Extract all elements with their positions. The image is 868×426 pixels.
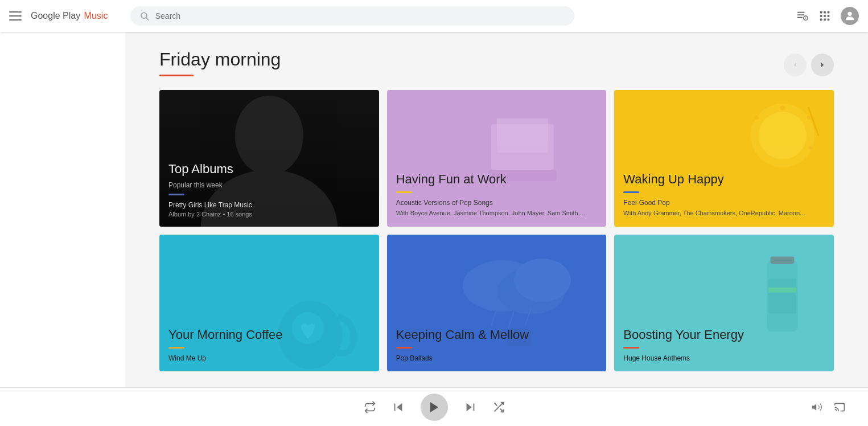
card-having-fun-desc2: With Boyce Avenue, Jasmine Thompson, Joh… xyxy=(396,209,598,218)
svg-rect-12 xyxy=(828,15,830,17)
play-button[interactable] xyxy=(421,394,448,421)
card-top-albums-accent xyxy=(168,194,184,195)
svg-rect-2 xyxy=(797,12,805,13)
svg-rect-10 xyxy=(820,15,822,17)
card-top-albums-desc2: Album by 2 Chainz • 16 songs xyxy=(168,211,370,218)
section-underline xyxy=(159,75,194,76)
card-keeping-calm-title: Keeping Calm & Mellow xyxy=(396,327,598,342)
card-boosting-energy-desc1: Huge House Anthems xyxy=(623,354,825,362)
sidebar xyxy=(0,32,125,387)
svg-point-23 xyxy=(759,112,807,159)
card-having-fun-accent xyxy=(396,191,412,193)
card-having-fun[interactable]: Having Fun at Work Acoustic Versions of … xyxy=(387,90,607,227)
svg-rect-4 xyxy=(797,17,803,18)
card-boosting-energy-accent xyxy=(623,347,639,349)
card-morning-coffee[interactable]: Your Morning Coffee Wind Me Up xyxy=(159,235,379,371)
hamburger-menu-icon[interactable] xyxy=(9,11,22,21)
card-morning-coffee-accent xyxy=(168,347,184,349)
cast-icon[interactable] xyxy=(834,402,845,413)
prev-track-icon[interactable] xyxy=(392,401,405,413)
search-icon xyxy=(139,11,149,21)
svg-marker-42 xyxy=(397,403,402,411)
card-morning-coffee-desc1: Wind Me Up xyxy=(168,354,370,362)
player-bar xyxy=(0,387,868,426)
card-waking-up[interactable]: Waking Up Happy Feel-Good Pop With Andy … xyxy=(614,90,834,227)
header-left: Google Play Music xyxy=(9,11,108,21)
avatar[interactable] xyxy=(841,7,859,25)
svg-rect-41 xyxy=(768,288,796,293)
section-title-area: Friday morning xyxy=(159,49,281,76)
card-boosting-energy[interactable]: Boosting Your Energy Huge House Anthems xyxy=(614,235,834,371)
svg-line-1 xyxy=(146,18,149,20)
svg-rect-15 xyxy=(828,19,830,21)
svg-rect-9 xyxy=(828,11,830,14)
card-top-albums-title: Top Albums xyxy=(168,162,370,177)
svg-rect-7 xyxy=(820,11,822,14)
card-having-fun-desc1: Acoustic Versions of Pop Songs xyxy=(396,199,598,207)
next-track-icon[interactable] xyxy=(464,401,476,413)
svg-rect-13 xyxy=(820,19,822,21)
card-top-albums[interactable]: Top Albums Popular this week Pretty Girl… xyxy=(159,90,379,227)
repeat-icon[interactable] xyxy=(364,401,376,413)
card-keeping-calm[interactable]: Keeping Calm & Mellow Pop Ballads xyxy=(387,235,607,371)
search-input[interactable] xyxy=(155,11,566,21)
svg-marker-44 xyxy=(430,402,438,412)
search-bar[interactable] xyxy=(130,6,574,26)
logo-google-play-text: Google Play xyxy=(31,11,83,21)
header-right xyxy=(795,7,859,25)
card-waking-up-title: Waking Up Happy xyxy=(623,172,825,187)
svg-rect-3 xyxy=(797,14,805,15)
queue-icon[interactable] xyxy=(795,9,809,23)
logo: Google Play Music xyxy=(31,11,108,21)
card-top-albums-desc1: Pretty Girls Like Trap Music xyxy=(168,201,370,209)
svg-line-49 xyxy=(494,403,497,405)
svg-point-32 xyxy=(496,269,565,314)
svg-rect-40 xyxy=(768,278,796,314)
svg-marker-6 xyxy=(805,17,807,19)
svg-marker-50 xyxy=(812,404,817,411)
section-header: Friday morning xyxy=(159,49,834,76)
svg-rect-14 xyxy=(824,19,826,21)
svg-point-33 xyxy=(513,259,570,302)
cards-grid: Top Albums Popular this week Pretty Girl… xyxy=(159,90,834,371)
prev-arrow-button[interactable] xyxy=(784,54,807,76)
card-having-fun-title: Having Fun at Work xyxy=(396,172,598,187)
svg-point-31 xyxy=(462,260,542,312)
svg-rect-11 xyxy=(824,15,826,17)
svg-line-28 xyxy=(809,108,819,136)
card-waking-up-desc2: With Andy Grammer, The Chainsmokers, One… xyxy=(623,209,825,218)
header: Google Play Music xyxy=(0,0,868,32)
card-keeping-calm-desc1: Pop Ballads xyxy=(396,354,598,362)
svg-point-25 xyxy=(807,116,811,120)
card-top-albums-subtitle: Popular this week xyxy=(168,181,370,189)
svg-rect-8 xyxy=(824,11,826,14)
volume-icon[interactable] xyxy=(811,402,822,413)
player-right-controls xyxy=(811,402,845,413)
svg-point-26 xyxy=(809,146,813,150)
svg-marker-45 xyxy=(466,403,471,411)
card-waking-up-desc1: Feel-Good Pop xyxy=(623,199,825,207)
card-boosting-energy-title: Boosting Your Energy xyxy=(623,327,825,342)
svg-point-27 xyxy=(755,116,759,120)
card-morning-coffee-title: Your Morning Coffee xyxy=(168,327,370,342)
logo-music-text: Music xyxy=(84,11,108,21)
svg-point-24 xyxy=(780,105,785,110)
card-keeping-calm-accent xyxy=(396,347,412,349)
svg-point-16 xyxy=(848,12,851,16)
main-content: Friday morning Top xyxy=(0,32,868,387)
svg-rect-20 xyxy=(496,118,548,153)
nav-arrows xyxy=(784,54,834,76)
apps-icon[interactable] xyxy=(818,9,832,23)
card-waking-up-accent xyxy=(623,191,639,193)
section-title: Friday morning xyxy=(159,49,281,70)
shuffle-icon[interactable] xyxy=(492,401,505,413)
next-arrow-button[interactable] xyxy=(811,54,834,76)
svg-rect-39 xyxy=(770,257,794,264)
svg-point-22 xyxy=(751,104,814,167)
